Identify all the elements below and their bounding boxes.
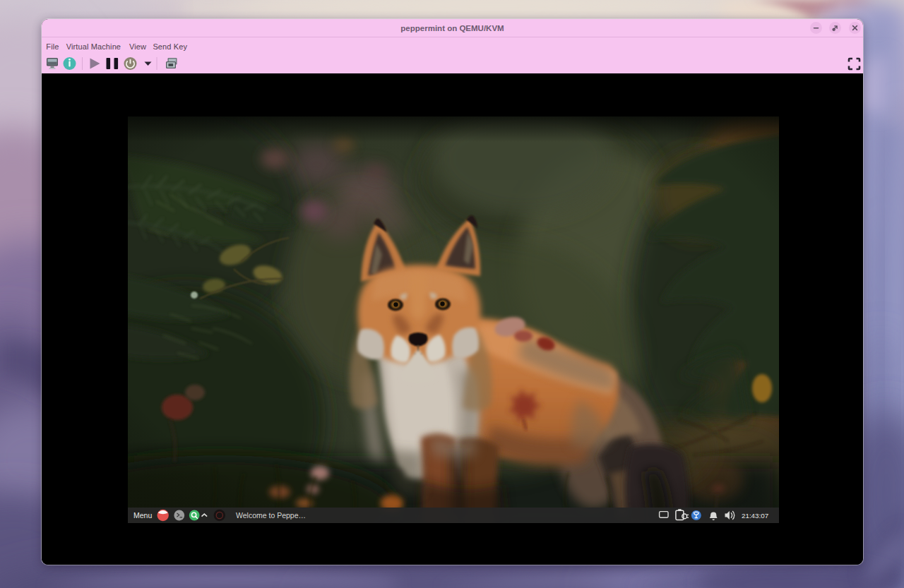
svg-text:21:43:07: 21:43:07 [742, 512, 768, 520]
